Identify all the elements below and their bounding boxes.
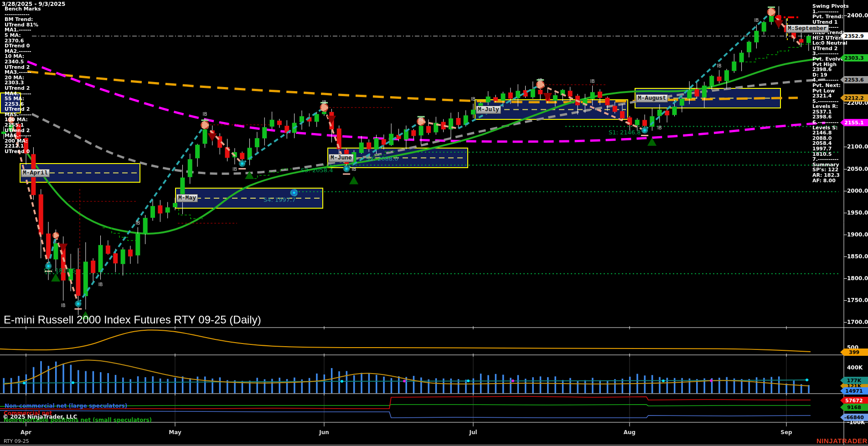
price-tag: 2352.9	[840, 32, 868, 40]
month-axis-label: Jun	[319, 429, 329, 436]
chart-title: E-mini Russell 2000 Index Futures RTY 09…	[4, 313, 261, 326]
study-value-tag: 9168	[840, 404, 868, 411]
study-value-tag: 14971	[840, 387, 868, 395]
s-level-label: S5: 1810.5	[44, 267, 76, 274]
month-box-label[interactable]: M-May	[176, 194, 198, 202]
month-box-label[interactable]: M-July	[476, 106, 501, 114]
study-value-tag: 177K	[840, 377, 868, 384]
month-box-label[interactable]: M-August	[636, 94, 668, 103]
study-value-tag: 399	[840, 349, 868, 356]
month-axis-label: Sep	[780, 429, 792, 436]
month-axis-label: Aug	[624, 429, 636, 436]
ninjatrader-chart-window: 3/28/2025 - 9/3/2025 Bench Marks -------…	[0, 0, 868, 446]
month-box-label[interactable]: M-April	[21, 169, 50, 177]
cot-legend-label: Non-commercial net (large speculators)	[5, 403, 127, 409]
bench-marks-panel: Bench Marks ------------ BM Trend: UTren…	[5, 6, 41, 154]
ninjatrader-logo: NINJATRADER	[816, 437, 868, 445]
s-level-label: S3: 2058.4	[301, 167, 333, 174]
s-level-label: S4: 1997.7	[264, 196, 296, 203]
month-box-label[interactable]: M-June	[329, 154, 354, 162]
instrument-tab-label[interactable]: RTY 09-25	[4, 438, 29, 444]
s-level-label: S2: 2088.0	[366, 155, 398, 162]
month-label-september[interactable]: M:September	[786, 25, 829, 33]
study-value-tag: 57672	[840, 397, 868, 404]
panel-axis-label: 400K	[847, 364, 863, 371]
month-axis-label: May	[169, 429, 181, 436]
copyright-label: © 2025 NinjaTrader, LLC	[3, 414, 77, 420]
s-level-label: S1: 2146.8	[609, 129, 641, 136]
price-tag: 2253.6	[840, 76, 868, 83]
study-value-tag: -66840	[840, 414, 868, 421]
chart-canvas[interactable]	[0, 0, 868, 446]
price-tag: 2155.1	[840, 119, 868, 126]
month-axis-label: Jul	[469, 429, 477, 436]
price-tag: 2303.3	[840, 54, 868, 62]
month-axis-label: Apr	[21, 429, 31, 436]
price-tag: 2212.2	[840, 94, 868, 102]
